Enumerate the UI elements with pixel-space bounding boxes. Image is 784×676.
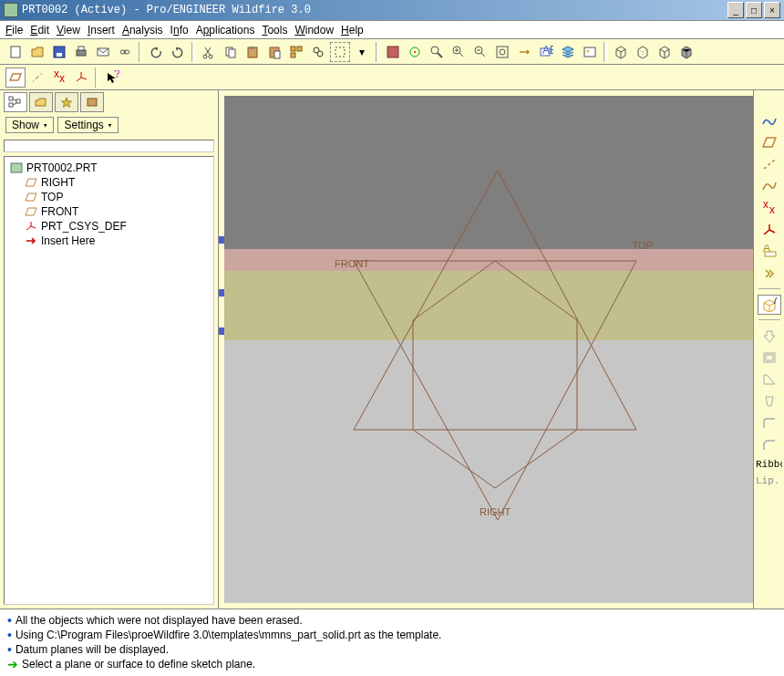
menu-tools[interactable]: Tools — [262, 24, 287, 36]
tree-item-label: TOP — [41, 191, 63, 203]
settings-dropdown[interactable]: Settings — [57, 117, 119, 133]
titlebar: PRT0002 (Active) - Pro/ENGINEER Wildfire… — [0, 0, 784, 21]
minimize-button[interactable]: _ — [727, 2, 744, 18]
datum-plane-toggle[interactable] — [5, 68, 26, 88]
separator — [603, 42, 607, 62]
redo-button[interactable] — [168, 42, 188, 62]
datum-curve-button[interactable] — [758, 176, 781, 196]
annotation-button[interactable]: A — [758, 242, 781, 262]
tab-model-tree[interactable] — [4, 92, 27, 112]
regenerate-button[interactable] — [286, 42, 306, 62]
datum-axis-toggle[interactable] — [27, 68, 47, 88]
svg-text:A: A — [763, 244, 770, 255]
datum-csys-button[interactable] — [758, 220, 781, 240]
round-button[interactable] — [758, 413, 781, 433]
show-dropdown[interactable]: Show — [5, 117, 54, 133]
ribbon-button[interactable]: Ribbon... — [756, 457, 782, 472]
print-button[interactable] — [71, 42, 91, 62]
tree-filter-bar[interactable] — [4, 140, 214, 152]
paste-button[interactable] — [242, 42, 263, 62]
svg-rect-49 — [766, 355, 773, 360]
save-button[interactable] — [49, 42, 69, 62]
reorient-button[interactable] — [514, 42, 534, 62]
hole-button[interactable] — [758, 326, 781, 346]
menu-window[interactable]: Window — [294, 24, 334, 36]
tree-item-top[interactable]: TOP — [8, 190, 210, 204]
find-button[interactable] — [308, 42, 328, 62]
datum-point-button[interactable]: xx — [758, 198, 781, 218]
tab-favorites[interactable] — [55, 92, 78, 112]
chamfer-button[interactable] — [758, 435, 781, 455]
model-tree[interactable]: PRT0002.PRT RIGHT TOP FRONT PRT_CSYS_DEF… — [4, 156, 214, 605]
sketch-button[interactable] — [758, 110, 781, 130]
close-button[interactable]: × — [764, 2, 780, 18]
email-button[interactable] — [93, 42, 113, 62]
svg-rect-0 — [11, 47, 20, 57]
refit-button[interactable] — [492, 42, 512, 62]
menu-info[interactable]: Info — [170, 24, 189, 36]
datum-label-front: FRONT — [335, 258, 369, 269]
menu-insert[interactable]: Insert — [88, 24, 115, 36]
rib-button[interactable] — [758, 369, 781, 390]
layers-button[interactable] — [558, 42, 578, 62]
orient-button[interactable] — [427, 42, 447, 62]
graphics-canvas[interactable]: TOP FRONT RIGHT — [224, 96, 753, 603]
maximize-button[interactable]: □ — [746, 2, 762, 18]
datum-label-right: RIGHT — [480, 506, 511, 517]
datum-point-toggle[interactable]: xx — [49, 68, 69, 88]
reference-button[interactable] — [758, 264, 781, 284]
tree-item-insert-here[interactable]: Insert Here — [8, 234, 210, 248]
menu-view[interactable]: View — [57, 24, 80, 36]
extrude-button[interactable]: 7 — [758, 295, 781, 315]
display-nohidden-button[interactable] — [655, 42, 675, 62]
undo-button[interactable] — [146, 42, 166, 62]
zoom-in-button[interactable] — [449, 42, 469, 62]
help-pointer-button[interactable]: ? — [102, 68, 122, 88]
datum-plane-icon — [25, 177, 37, 188]
paste-special-button[interactable] — [264, 42, 284, 62]
tab-connections[interactable] — [80, 92, 104, 112]
open-button[interactable] — [27, 42, 47, 62]
saved-views-button[interactable]: AB — [536, 42, 556, 62]
draft-button[interactable] — [758, 391, 781, 411]
window-title: PRT0002 (Active) - Pro/ENGINEER Wildfire… — [22, 4, 726, 16]
status-text: Using C:\Program Files\proeWildfire 3.0\… — [15, 629, 442, 641]
svg-rect-15 — [274, 51, 280, 58]
csys-icon — [25, 221, 37, 232]
bullet-icon: • — [7, 628, 12, 642]
tree-item-right[interactable]: RIGHT — [8, 175, 210, 190]
display-wireframe-button[interactable] — [611, 42, 631, 62]
display-hidden-button[interactable] — [633, 42, 653, 62]
menu-help[interactable]: Help — [341, 24, 364, 36]
select-button[interactable] — [330, 42, 350, 62]
display-shaded-button[interactable] — [676, 42, 696, 62]
new-button[interactable] — [5, 42, 26, 62]
tree-item-csys[interactable]: PRT_CSYS_DEF — [8, 219, 210, 234]
menu-analysis[interactable]: Analysis — [122, 24, 163, 36]
image-button[interactable] — [580, 42, 600, 62]
cut-button[interactable] — [199, 42, 219, 62]
spin-center-button[interactable] — [405, 42, 425, 62]
view-mgr-button[interactable] — [383, 42, 403, 62]
status-prompt: ➔Select a plane or surface to define ske… — [7, 657, 777, 671]
tree-root[interactable]: PRT0002.PRT — [8, 161, 210, 175]
tab-folder-browser[interactable] — [29, 92, 53, 112]
status-text: All the objects which were not displayed… — [15, 614, 303, 627]
menu-edit[interactable]: Edit — [30, 24, 49, 36]
copy-button[interactable] — [221, 42, 241, 62]
datum-axis-button[interactable] — [758, 154, 781, 174]
svg-point-33 — [587, 49, 590, 52]
shell-button[interactable] — [758, 348, 781, 368]
datum-plane-button[interactable] — [758, 132, 781, 152]
zoom-out-button[interactable] — [470, 42, 490, 62]
select-dropdown[interactable]: ▾ — [352, 42, 372, 62]
tree-item-front[interactable]: FRONT — [8, 204, 210, 219]
separator — [376, 42, 379, 62]
menu-file[interactable]: File — [5, 24, 23, 36]
menu-applications[interactable]: Applications — [196, 24, 255, 36]
datum-csys-toggle[interactable] — [71, 68, 91, 88]
separator — [95, 68, 98, 88]
datum-plane-icon — [25, 192, 37, 203]
part-icon — [10, 162, 23, 173]
copy-link-button[interactable] — [115, 42, 135, 62]
